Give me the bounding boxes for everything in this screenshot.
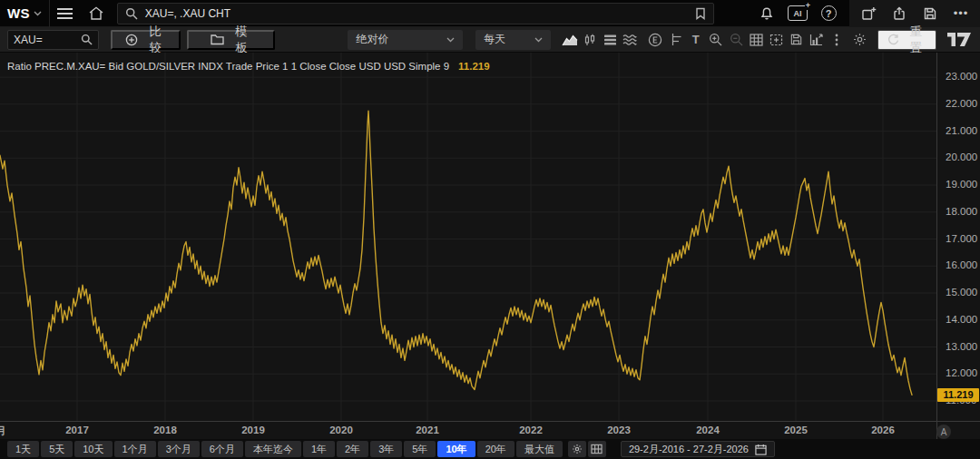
y-axis-label: 15.000: [946, 287, 977, 298]
y-axis-line: [936, 53, 937, 439]
y-axis-label: 12.000: [946, 367, 977, 378]
text-tool-button[interactable]: T: [686, 30, 706, 50]
save-chart-button[interactable]: [786, 30, 806, 50]
ai-assistant-button[interactable]: AI +: [782, 0, 813, 27]
chart-pane[interactable]: Ratio PREC.M.XAU= Bid GOLD/SILVER INDX T…: [0, 53, 980, 439]
range-buttons: 1天5天10天1个月3个月6个月本年迄今1年2年3年5年10年20年最大值: [7, 441, 564, 457]
more-icon: •••: [954, 6, 969, 20]
area-chart-icon: [562, 34, 578, 46]
home-button[interactable]: [81, 0, 112, 27]
range-button-1个月[interactable]: 1个月: [114, 441, 156, 457]
x-axis-label: 2018: [153, 425, 177, 435]
range-button-最大值[interactable]: 最大值: [516, 441, 563, 457]
circled-e-icon: [648, 33, 662, 47]
search-icon: [81, 34, 93, 45]
folder-icon: [211, 34, 224, 45]
global-search[interactable]: XAU=, .XAU CHT: [117, 3, 714, 24]
measure-tool-button[interactable]: [666, 30, 686, 50]
bell-icon: [760, 6, 774, 21]
app-window: WS XAU=, .XAU CHT: [0, 0, 980, 459]
kebab-menu-button[interactable]: [827, 30, 847, 50]
range-button-1年[interactable]: 1年: [303, 441, 335, 457]
interval-select[interactable]: 每天: [475, 30, 551, 50]
legend-value: 11.219: [458, 61, 490, 72]
symbol-value: XAU=: [14, 34, 43, 46]
range-button-本年迄今[interactable]: 本年迄今: [245, 441, 301, 457]
price-mode-select[interactable]: 绝对价: [348, 30, 463, 50]
range-button-10天[interactable]: 10天: [74, 441, 112, 457]
gear-icon: [572, 444, 583, 454]
brand-label: WS: [7, 5, 30, 21]
home-icon: [88, 5, 104, 21]
chart-export-icon: [809, 34, 823, 46]
text-tool-icon: T: [692, 33, 700, 46]
wave-overlay-button[interactable]: [620, 30, 640, 50]
more-options-button[interactable]: •••: [946, 0, 976, 27]
notifications-button[interactable]: [751, 0, 782, 27]
new-window-button[interactable]: [853, 0, 884, 27]
range-button-3年[interactable]: 3年: [370, 441, 402, 457]
bottom-range-bar: 1天5天10天1个月3个月6个月本年迄今1年2年3年5年10年20年最大值 29…: [0, 439, 980, 459]
y-axis-label: 23.000: [946, 71, 977, 82]
x-axis-label: 2023: [607, 425, 631, 435]
compare-button[interactable]: 比较: [111, 30, 181, 50]
x-axis-labels[interactable]: 月201720182019202020212022202320242025202…: [0, 422, 936, 439]
y-axis-label: 17.000: [946, 233, 977, 244]
settings-button[interactable]: [850, 30, 870, 50]
template-button[interactable]: 模板: [187, 30, 276, 50]
chevron-down-icon: [446, 37, 455, 43]
candlestick-icon: [583, 34, 596, 46]
y-axis-label: 14.000: [946, 314, 977, 325]
grid-layout-button[interactable]: [746, 30, 766, 50]
legend-text: Ratio PREC.M.XAU= Bid GOLD/SILVER INDX T…: [7, 61, 449, 72]
x-axis-label: 2026: [871, 425, 895, 435]
zoom-in-button[interactable]: [706, 30, 726, 50]
snapshot-button[interactable]: [766, 30, 786, 50]
plot-svg[interactable]: [0, 53, 936, 421]
search-value: XAU=, .XAU CHT: [145, 7, 230, 20]
range-settings-button[interactable]: [568, 441, 586, 457]
search-icon: [125, 7, 138, 20]
help-button[interactable]: ?: [813, 0, 844, 27]
share-icon: [892, 6, 906, 21]
main-menu-button[interactable]: [50, 0, 81, 27]
area-chart-type-button[interactable]: [560, 30, 580, 50]
range-button-5天[interactable]: 5天: [41, 441, 73, 457]
x-axis-label: 2024: [696, 425, 720, 435]
calendar-grid-icon: [591, 444, 603, 454]
range-button-6个月[interactable]: 6个月: [201, 441, 243, 457]
help-icon: ?: [821, 5, 837, 21]
interval-grid-button[interactable]: [588, 441, 606, 457]
range-button-10年[interactable]: 10年: [437, 441, 475, 457]
bars-type-button[interactable]: [600, 30, 620, 50]
range-button-1天[interactable]: 1天: [7, 441, 39, 457]
save-icon: [923, 6, 937, 21]
events-button[interactable]: [645, 30, 665, 50]
last-price-tag: 11.219: [937, 388, 979, 402]
date-range-field[interactable]: 29-2月-2016 - 27-2月-2026: [621, 441, 775, 457]
floppy-icon: [789, 33, 803, 46]
symbol-input[interactable]: XAU=: [7, 30, 99, 50]
candlestick-type-button[interactable]: [580, 30, 600, 50]
x-axis-label: 2021: [416, 425, 439, 435]
range-button-20年[interactable]: 20年: [477, 441, 514, 457]
range-button-3个月[interactable]: 3个月: [158, 441, 200, 457]
reset-button[interactable]: 重置: [877, 30, 936, 50]
y-axis-label: 20.000: [946, 151, 977, 162]
range-button-5年[interactable]: 5年: [404, 441, 436, 457]
x-axis-label: 2019: [241, 425, 265, 435]
waves-icon: [622, 34, 637, 46]
bookmark-icon[interactable]: [695, 7, 706, 20]
chevron-down-icon: [34, 11, 42, 16]
tradingview-logo[interactable]: [947, 33, 971, 46]
date-range-value: 29-2月-2016 - 27-2月-2026: [629, 443, 749, 456]
y-axis-label: 21.000: [946, 125, 977, 136]
stacked-bars-icon: [603, 34, 617, 46]
app-logo[interactable]: WS: [0, 5, 49, 21]
y-axis-label: 19.000: [946, 179, 977, 190]
zoom-out-button[interactable]: [726, 30, 746, 50]
range-button-2年[interactable]: 2年: [337, 441, 368, 457]
auto-scale-button[interactable]: A: [936, 425, 951, 439]
export-chart-button[interactable]: [807, 30, 827, 50]
reset-icon: [887, 34, 899, 45]
